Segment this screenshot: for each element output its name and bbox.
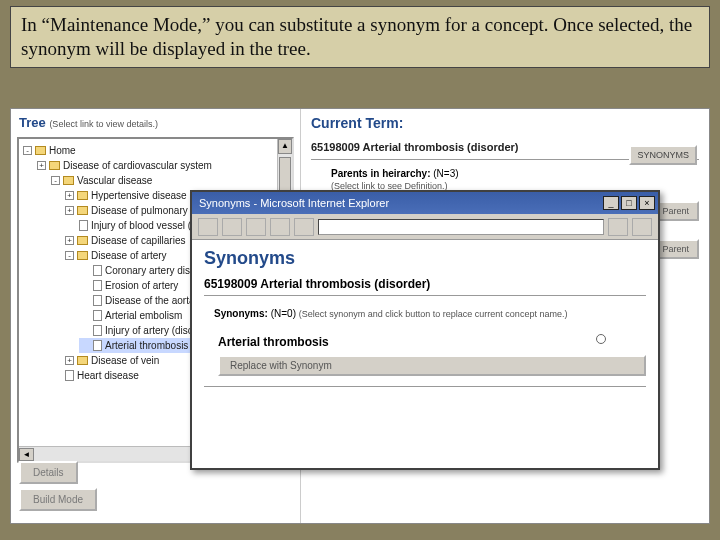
- page-icon: [93, 310, 102, 321]
- popup-divider: [204, 295, 646, 296]
- home-button[interactable]: [294, 218, 314, 236]
- page-icon: [79, 220, 88, 231]
- popup-title: Synonyms - Microsoft Internet Explorer: [195, 197, 389, 209]
- address-bar[interactable]: [318, 219, 604, 235]
- maximize-button[interactable]: □: [621, 196, 637, 210]
- current-term-header: Current Term:: [311, 115, 699, 131]
- close-button[interactable]: ×: [639, 196, 655, 210]
- popup-body: Synonyms 65198009 Arterial thrombosis (d…: [192, 240, 658, 403]
- synonym-entry[interactable]: Arterial thrombosis: [218, 335, 329, 349]
- page-icon: [93, 280, 102, 291]
- folder-icon: [77, 236, 88, 245]
- synonyms-label: Synonyms:: [214, 308, 268, 319]
- folder-icon: [77, 356, 88, 365]
- page-icon: [65, 370, 74, 381]
- expand-toggle[interactable]: +: [65, 191, 74, 200]
- expand-toggle[interactable]: -: [51, 176, 60, 185]
- go-button[interactable]: [608, 218, 628, 236]
- page-icon: [93, 295, 102, 306]
- minimize-button[interactable]: _: [603, 196, 619, 210]
- scroll-left-button[interactable]: ◄: [19, 448, 34, 461]
- synonyms-popup-window: Synonyms - Microsoft Internet Explorer _…: [190, 190, 660, 470]
- replace-with-synonym-button[interactable]: Replace with Synonym: [218, 355, 646, 376]
- popup-divider-2: [204, 386, 646, 387]
- expand-toggle[interactable]: +: [37, 161, 46, 170]
- page-icon: [93, 340, 102, 351]
- synonym-radio[interactable]: [596, 334, 606, 344]
- expand-toggle[interactable]: -: [23, 146, 32, 155]
- synonyms-button[interactable]: SYNONYMS: [629, 145, 697, 165]
- popup-titlebar[interactable]: Synonyms - Microsoft Internet Explorer _…: [192, 192, 658, 214]
- tree-item-label: Arterial thrombosis: [105, 338, 188, 353]
- folder-icon: [49, 161, 60, 170]
- instruction-caption: In “Maintenance Mode,” you can substitut…: [10, 6, 710, 68]
- popup-toolbar: [192, 214, 658, 240]
- tree-item-label: Heart disease: [77, 368, 139, 383]
- popup-term: 65198009 Arterial thrombosis (disorder): [204, 277, 646, 291]
- build-mode-button[interactable]: Build Mode: [19, 488, 97, 511]
- tree-item[interactable]: -Home: [23, 143, 288, 158]
- tree-subtitle: (Select link to view details.): [49, 119, 158, 129]
- folder-icon: [35, 146, 46, 155]
- refresh-button[interactable]: [270, 218, 290, 236]
- synonyms-hint: (Select synonym and click button to repl…: [299, 309, 568, 319]
- expand-toggle[interactable]: -: [65, 251, 74, 260]
- tree-item-label: Disease of vein: [91, 353, 159, 368]
- synonyms-line: Synonyms: (N=0) (Select synonym and clic…: [214, 308, 646, 319]
- tree-item-label: Erosion of artery: [105, 278, 178, 293]
- stop-button[interactable]: [246, 218, 266, 236]
- folder-icon: [77, 206, 88, 215]
- tree-item-label: Hypertensive disease: [91, 188, 187, 203]
- tree-title: Tree: [19, 115, 46, 130]
- tree-header: Tree (Select link to view details.): [11, 109, 300, 132]
- tree-item-label: Disease of capillaries: [91, 233, 186, 248]
- synonyms-count: (N=0): [271, 308, 296, 319]
- parents-heading: Parents in heirarchy: (N=3): [331, 168, 699, 179]
- expand-toggle[interactable]: +: [65, 236, 74, 245]
- scroll-up-button[interactable]: ▲: [278, 139, 292, 154]
- parents-count: (N=3): [433, 168, 458, 179]
- tree-item[interactable]: +Disease of cardiovascular system: [37, 158, 288, 173]
- popup-heading: Synonyms: [204, 248, 646, 269]
- folder-icon: [63, 176, 74, 185]
- page-icon: [93, 265, 102, 276]
- parents-label: Parents in heirarchy:: [331, 168, 430, 179]
- tree-item-label: Disease of artery: [91, 248, 167, 263]
- tree-item[interactable]: -Vascular disease: [51, 173, 288, 188]
- forward-button[interactable]: [222, 218, 242, 236]
- expand-toggle[interactable]: +: [65, 356, 74, 365]
- folder-icon: [77, 251, 88, 260]
- links-button[interactable]: [632, 218, 652, 236]
- tree-item-label: Arterial embolism: [105, 308, 182, 323]
- details-button[interactable]: Details: [19, 461, 78, 484]
- page-icon: [93, 325, 102, 336]
- expand-toggle[interactable]: +: [65, 206, 74, 215]
- tree-item-label: Disease of the aorta: [105, 293, 195, 308]
- tree-item-label: Disease of cardiovascular system: [63, 158, 212, 173]
- back-button[interactable]: [198, 218, 218, 236]
- tree-item-label: Home: [49, 143, 76, 158]
- folder-icon: [77, 191, 88, 200]
- tree-item-label: Vascular disease: [77, 173, 152, 188]
